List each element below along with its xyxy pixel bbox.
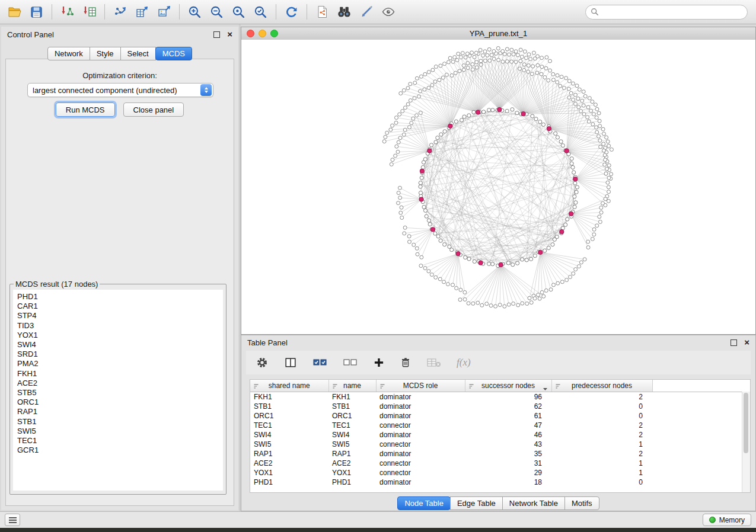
mcds-result-item[interactable]: SRD1 xyxy=(17,350,223,359)
table-cell: dominator xyxy=(376,411,465,421)
table-cell: 2 xyxy=(551,421,652,430)
tab-select[interactable]: Select xyxy=(120,47,156,60)
mcds-result-item[interactable]: STB1 xyxy=(17,417,223,427)
network-frame: YPA_prune.txt_1 xyxy=(241,27,756,335)
tab-node-table[interactable]: Node Table xyxy=(397,496,451,510)
table-row[interactable]: SWI4SWI4dominator462 xyxy=(250,430,750,440)
mcds-result-item[interactable]: RAP1 xyxy=(17,407,223,416)
node-table-grid: shared namenameMCDS rolesuccessor nodesp… xyxy=(250,380,750,487)
table-cell: 61 xyxy=(465,411,551,421)
table-row[interactable]: ORC1ORC1dominator610 xyxy=(250,411,750,421)
criterion-select[interactable]: largest connected component (undirected) xyxy=(27,83,213,97)
mcds-result-item[interactable]: ORC1 xyxy=(17,398,223,407)
export-network-button[interactable] xyxy=(109,2,131,22)
table-cell: FKH1 xyxy=(250,392,328,402)
export-table-button[interactable] xyxy=(131,2,153,22)
memory-label: Memory xyxy=(719,516,745,524)
split-columns-button[interactable] xyxy=(283,356,298,369)
save-session-button[interactable] xyxy=(25,2,47,22)
table-row[interactable]: TEC1TEC1connector472 xyxy=(250,421,750,430)
import-table-button[interactable] xyxy=(78,2,100,22)
mcds-result-item[interactable]: STB5 xyxy=(17,388,223,398)
show-graphics-details-button[interactable] xyxy=(377,2,399,22)
table-row[interactable]: YOX1YOX1connector291 xyxy=(250,468,750,477)
select-all-button[interactable] xyxy=(312,357,328,368)
close-panel-icon[interactable]: × xyxy=(227,31,232,38)
run-mcds-button[interactable]: Run MCDS xyxy=(56,102,115,117)
float-table-panel-icon[interactable] xyxy=(731,339,737,346)
panel-menu-button[interactable] xyxy=(5,514,20,526)
tab-mcds[interactable]: MCDS xyxy=(155,47,192,60)
mcds-result-item[interactable]: PHD1 xyxy=(17,292,223,302)
network-canvas[interactable] xyxy=(241,40,755,334)
import-network-button[interactable] xyxy=(56,2,78,22)
column-header-mcds-role[interactable]: MCDS role xyxy=(376,380,465,392)
mcds-result-item[interactable]: ACE2 xyxy=(17,379,223,388)
table-scrollbar[interactable] xyxy=(742,392,750,492)
table-cell-filler xyxy=(652,477,750,487)
table-cell: STB1 xyxy=(328,402,376,411)
table-cell: TEC1 xyxy=(328,421,376,430)
table-scrollbar-thumb[interactable] xyxy=(744,393,748,453)
column-header-shared-name[interactable]: shared name xyxy=(250,380,328,392)
table-row[interactable]: PHD1PHD1dominator180 xyxy=(250,477,750,487)
close-table-panel-icon[interactable]: × xyxy=(744,339,749,346)
search-input[interactable] xyxy=(602,7,747,17)
sort-icon xyxy=(332,383,338,391)
close-panel-button[interactable]: Close panel xyxy=(123,102,184,117)
table-cell: YOX1 xyxy=(328,468,376,477)
column-header-filler xyxy=(652,380,750,392)
export-image-button[interactable] xyxy=(153,2,175,22)
mcds-result-item[interactable]: SWI4 xyxy=(17,340,223,350)
tab-motifs[interactable]: Motifs xyxy=(564,496,599,510)
zoom-actual-size-button[interactable] xyxy=(228,2,250,22)
optimization-criterion-label: Optimization criterion: xyxy=(6,71,234,80)
share-document-button[interactable] xyxy=(311,2,333,22)
table-row[interactable]: ACE2ACE2connector311 xyxy=(250,459,750,468)
zoom-in-button[interactable] xyxy=(184,2,206,22)
mcds-result-item[interactable]: PMA2 xyxy=(17,359,223,368)
memory-button[interactable]: Memory xyxy=(703,514,751,526)
table-cell: 62 xyxy=(465,402,551,411)
status-bar: Memory xyxy=(0,511,756,528)
tab-style[interactable]: Style xyxy=(90,47,121,60)
apply-style-button[interactable] xyxy=(355,2,377,22)
table-panel-header: Table Panel × xyxy=(241,335,755,350)
table-row[interactable]: FKH1FKH1dominator962 xyxy=(250,392,750,402)
refresh-view-button[interactable] xyxy=(280,2,302,22)
table-cell: dominator xyxy=(376,392,465,402)
table-row[interactable]: SWI5SWI5connector431 xyxy=(250,440,750,449)
tab-network-table[interactable]: Network Table xyxy=(502,496,565,510)
mcds-result-item[interactable]: TEC1 xyxy=(17,436,223,446)
mcds-result-item[interactable]: YOX1 xyxy=(17,331,223,340)
zoom-out-button[interactable] xyxy=(206,2,228,22)
mcds-result-item[interactable]: TID3 xyxy=(17,321,223,331)
mcds-result-item[interactable]: CAR1 xyxy=(17,302,223,311)
tab-network[interactable]: Network xyxy=(47,47,90,60)
open-folder-button[interactable] xyxy=(4,2,25,22)
table-row[interactable]: RAP1RAP1dominator352 xyxy=(250,449,750,459)
zoom-selected-button[interactable] xyxy=(250,2,272,22)
add-column-button[interactable] xyxy=(373,357,385,368)
column-header-predecessor-nodes[interactable]: predecessor nodes xyxy=(551,380,652,392)
tab-edge-table[interactable]: Edge Table xyxy=(450,496,503,510)
mcds-result-item[interactable]: STP4 xyxy=(17,311,223,321)
table-cell: ORC1 xyxy=(328,411,376,421)
function-builder-icon[interactable]: f(x) xyxy=(457,357,471,368)
toolbar-separator xyxy=(276,4,276,20)
zoom-out-icon xyxy=(209,5,224,20)
float-panel-icon[interactable] xyxy=(213,31,220,38)
table-settings-button[interactable] xyxy=(256,356,269,369)
delete-table-button[interactable] xyxy=(426,357,442,368)
mcds-result-item[interactable]: SWI5 xyxy=(17,427,223,436)
table-cell: 2 xyxy=(551,430,652,440)
mcds-result-item[interactable]: FKH1 xyxy=(17,369,223,379)
mcds-result-item[interactable]: GCR1 xyxy=(17,446,223,455)
delete-column-button[interactable] xyxy=(400,356,412,369)
column-header-name[interactable]: name xyxy=(328,380,376,392)
toolbar-separator xyxy=(52,4,52,20)
column-header-successor-nodes[interactable]: successor nodes xyxy=(465,380,551,392)
search-network-button[interactable] xyxy=(333,2,355,22)
table-row[interactable]: STB1STB1dominator620 xyxy=(250,402,750,411)
unselect-all-button[interactable] xyxy=(343,357,358,368)
